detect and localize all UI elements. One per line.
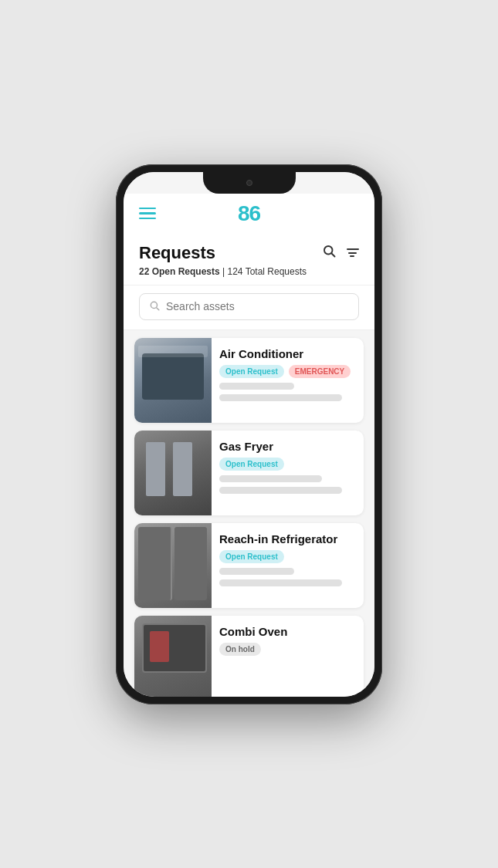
- top-bar: 86: [124, 194, 374, 234]
- badge-row-combi-oven: On hold: [219, 643, 356, 656]
- asset-card-gas-fryer[interactable]: Gas Fryer Open Request: [134, 431, 364, 515]
- badge-open-request-fryer: Open Request: [219, 458, 284, 471]
- header-icons: [322, 244, 359, 262]
- asset-image-combi-oven: [134, 616, 212, 697]
- svg-point-0: [324, 246, 333, 255]
- badge-emergency-ac: EMERGENCY: [289, 365, 351, 378]
- asset-info-combi-oven: Combi Oven On hold: [212, 616, 364, 697]
- asset-card-reach-in-refrigerator[interactable]: Reach-in Refrigerator Open Request: [134, 523, 364, 608]
- asset-list: Air Conditioner Open Request EMERGENCY G…: [124, 330, 374, 697]
- asset-card-combi-oven[interactable]: Combi Oven On hold: [134, 616, 364, 697]
- badge-open-request-fridge: Open Request: [219, 550, 284, 563]
- skeleton-line-6: [219, 579, 342, 586]
- svg-line-3: [157, 307, 159, 309]
- badge-row-air-conditioner: Open Request EMERGENCY: [219, 365, 356, 378]
- badge-row-gas-fryer: Open Request: [219, 458, 356, 471]
- asset-image-air-conditioner: [134, 338, 212, 423]
- search-container: [124, 285, 374, 330]
- phone-screen: 86 Requests: [124, 172, 374, 697]
- asset-card-air-conditioner[interactable]: Air Conditioner Open Request EMERGENCY: [134, 338, 364, 423]
- asset-name-refrigerator: Reach-in Refrigerator: [219, 532, 356, 545]
- search-input[interactable]: [166, 300, 349, 312]
- badge-open-request-ac: Open Request: [219, 365, 284, 378]
- skeleton-line-2: [219, 394, 342, 401]
- page-title: Requests: [139, 243, 215, 263]
- search-icon: [149, 300, 160, 313]
- skeleton-line-5: [219, 568, 294, 575]
- app-logo: 86: [238, 203, 260, 225]
- skeleton-line-4: [219, 487, 342, 494]
- page-header: Requests: [124, 234, 374, 285]
- phone-notch: [203, 172, 296, 194]
- asset-image-refrigerator: [134, 523, 212, 608]
- search-button[interactable]: [322, 244, 336, 262]
- phone-frame: 86 Requests: [116, 164, 382, 704]
- asset-name-air-conditioner: Air Conditioner: [219, 347, 356, 360]
- badge-onhold-oven: On hold: [219, 643, 261, 656]
- asset-name-combi-oven: Combi Oven: [219, 625, 356, 638]
- asset-info-gas-fryer: Gas Fryer Open Request: [212, 431, 364, 515]
- total-count: 124 Total Requests: [228, 266, 307, 277]
- asset-info-air-conditioner: Air Conditioner Open Request EMERGENCY: [212, 338, 364, 423]
- svg-point-2: [151, 302, 157, 308]
- asset-image-gas-fryer: [134, 431, 212, 515]
- svg-line-1: [332, 254, 335, 257]
- requests-count: 22 Open Requests | 124 Total Requests: [139, 266, 359, 277]
- open-count: 22 Open Requests: [139, 266, 220, 277]
- skeleton-line-1: [219, 383, 294, 390]
- menu-button[interactable]: [139, 208, 156, 220]
- asset-name-gas-fryer: Gas Fryer: [219, 440, 356, 453]
- badge-row-refrigerator: Open Request: [219, 550, 356, 563]
- notch-camera: [246, 180, 252, 186]
- search-bar: [139, 293, 359, 320]
- filter-button[interactable]: [347, 248, 359, 257]
- screen-content: 86 Requests: [124, 172, 374, 697]
- skeleton-line-3: [219, 475, 322, 482]
- asset-info-refrigerator: Reach-in Refrigerator Open Request: [212, 523, 364, 608]
